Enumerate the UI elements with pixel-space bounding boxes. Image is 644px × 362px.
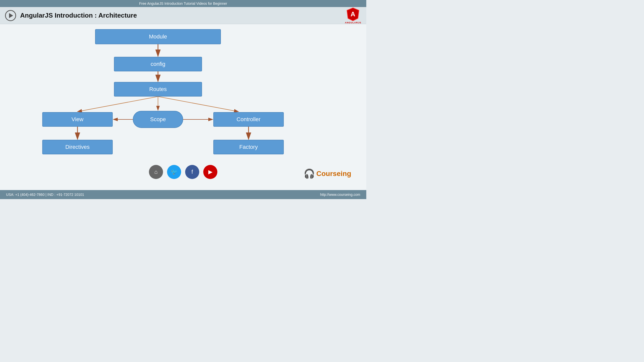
page-title: AngularJS Introduction : Architecture [20,12,137,19]
headphone-icon: 🎧 [304,168,315,179]
courseing-brand-text: Courseing [316,170,351,178]
courseing-logo: 🎧 Courseing [304,168,351,179]
bottom-area: ⌂ 🐦 f ▶ 🎧 Courseing [0,160,366,184]
home-icon[interactable]: ⌂ [149,165,163,179]
factory-node: Factory [213,140,284,154]
angular-logo: A ANGULARJS [345,7,361,24]
footer-website: http://www.courseing.com [320,193,360,197]
scope-node: Scope [133,111,183,128]
routes-node: Routes [114,82,202,97]
module-node: Module [95,29,221,44]
top-bar: Free AngularJS Introduction Tutorial Vid… [0,0,366,7]
view-node: View [42,112,113,127]
config-node: config [114,57,202,71]
svg-line-10 [158,97,238,112]
play-icon [9,13,13,18]
angular-shield-icon: A [346,7,360,21]
controller-node: Controller [213,112,284,127]
facebook-icon[interactable]: f [185,165,199,179]
footer-contact: USA: +1 (404)-462-7860 | IND : +91-72072… [6,193,84,197]
play-button[interactable] [5,10,16,21]
architecture-diagram: Module config Routes View Scope Controll… [32,29,334,160]
footer: USA: +1 (404)-462-7860 | IND : +91-72072… [0,190,366,199]
header: AngularJS Introduction : Architecture A … [0,7,366,24]
directives-node: Directives [42,140,113,154]
main-content: Module config Routes View Scope Controll… [0,24,366,190]
youtube-icon[interactable]: ▶ [203,165,217,179]
top-bar-text: Free AngularJS Introduction Tutorial Vid… [139,2,227,6]
twitter-icon[interactable]: 🐦 [167,165,181,179]
angular-logo-text: ANGULARJS [345,21,361,24]
svg-text:A: A [351,10,355,18]
svg-line-8 [77,97,158,112]
